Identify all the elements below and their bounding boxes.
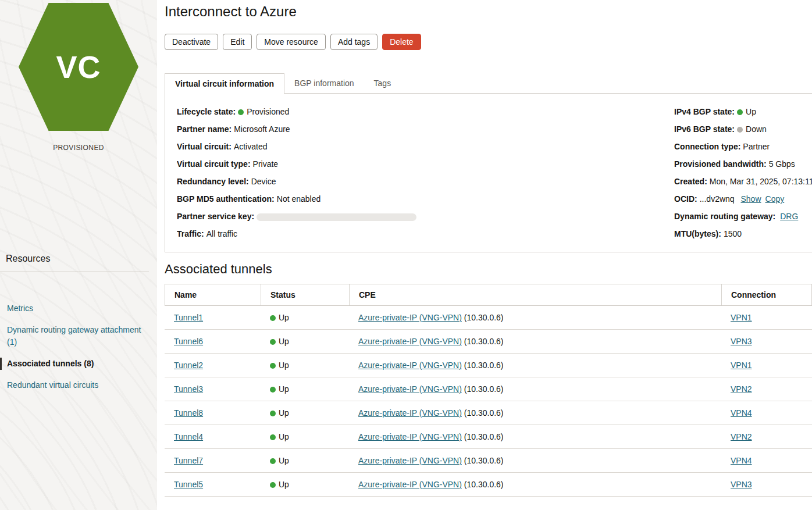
- cpe-link[interactable]: Azure-private-IP (VNG-VPN): [358, 337, 462, 346]
- tunnel-link[interactable]: Tunnel7: [174, 456, 203, 465]
- column-header-name: Name: [165, 284, 261, 305]
- tunnel-cpe-cell: Azure-private-IP (VNG-VPN) (10.30.0.6): [349, 425, 721, 448]
- status-dot: [270, 482, 276, 488]
- cpe-link[interactable]: Azure-private-IP (VNG-VPN): [358, 432, 462, 441]
- detail-field: Virtual circuit type:Private: [177, 159, 674, 170]
- tunnel-status-cell: Up: [261, 425, 349, 448]
- status-text: Up: [279, 480, 289, 489]
- tunnel-cpe-cell: Azure-private-IP (VNG-VPN) (10.30.0.6): [349, 306, 721, 329]
- tunnel-cpe-cell: Azure-private-IP (VNG-VPN) (10.30.0.6): [349, 449, 721, 472]
- status-text: Up: [279, 456, 289, 465]
- field-value: Activated: [234, 142, 268, 151]
- status-dot: [737, 109, 743, 115]
- cpe-ip: (10.30.0.6): [464, 337, 504, 346]
- status-text: Up: [279, 432, 289, 441]
- tunnels-table: Name Status CPE Connection Tunnel1 Up Az…: [165, 284, 812, 497]
- sidebar-resource-item[interactable]: Redundant virtual circuits: [0, 379, 149, 391]
- field-value: Mon, Mar 31, 2025, 07:13:11: [710, 177, 812, 186]
- field-value: Up: [746, 107, 756, 116]
- redacted-value-pill: [257, 213, 416, 221]
- detail-field: Created:Mon, Mar 31, 2025, 07:13:11: [674, 176, 812, 187]
- sidebar-resource-item[interactable]: Dynamic routing gateway attachment (1): [0, 324, 149, 348]
- connection-link[interactable]: VPN3: [731, 337, 752, 346]
- cpe-link[interactable]: Azure-private-IP (VNG-VPN): [358, 361, 462, 370]
- tunnel-link[interactable]: Tunnel2: [174, 361, 203, 370]
- tunnel-row: Tunnel4 Up Azure-private-IP (VNG-VPN) (1…: [165, 425, 812, 449]
- details-left-column: Lifecycle state:Provisioned Partner name…: [177, 106, 674, 246]
- field-label: Provisioned bandwidth:: [674, 159, 767, 169]
- detail-field: IPv4 BGP state:Up: [674, 106, 812, 117]
- connection-link[interactable]: VPN3: [731, 480, 752, 489]
- column-header-connection: Connection: [722, 284, 812, 305]
- tunnel-status-cell: Up: [261, 401, 349, 425]
- detail-field: Redundancy level:Device: [177, 176, 674, 187]
- field-value: Device: [251, 177, 276, 186]
- field-label: Lifecycle state:: [177, 107, 236, 116]
- field-value: Private: [253, 159, 279, 169]
- tunnel-connection-cell: VPN1: [721, 354, 812, 377]
- tunnel-cpe-cell: Azure-private-IP (VNG-VPN) (10.30.0.6): [349, 377, 721, 401]
- action-button[interactable]: Move resource: [257, 34, 326, 50]
- action-button[interactable]: Delete: [382, 34, 421, 50]
- inline-action-link[interactable]: Show: [741, 194, 761, 204]
- connection-link[interactable]: VPN1: [731, 361, 752, 370]
- tunnel-link[interactable]: Tunnel5: [174, 480, 203, 489]
- tunnel-connection-cell: VPN2: [721, 425, 812, 448]
- status-text: Up: [279, 408, 289, 418]
- tab[interactable]: Virtual circuit information: [165, 73, 284, 94]
- associated-tunnels-heading: Associated tunnels: [165, 262, 812, 277]
- tunnel-connection-cell: VPN4: [721, 401, 812, 425]
- tunnel-link[interactable]: Tunnel4: [174, 432, 203, 441]
- action-button[interactable]: Add tags: [330, 34, 377, 50]
- detail-field: Provisioned bandwidth:5 Gbps: [674, 159, 812, 170]
- field-value: Microsoft Azure: [234, 124, 290, 134]
- cpe-link[interactable]: Azure-private-IP (VNG-VPN): [358, 480, 462, 489]
- status-text: Up: [279, 313, 289, 322]
- divider: [0, 272, 149, 272]
- action-button[interactable]: Edit: [223, 34, 252, 50]
- connection-link[interactable]: VPN4: [731, 408, 752, 418]
- cpe-link[interactable]: Azure-private-IP (VNG-VPN): [358, 384, 462, 394]
- field-value-link[interactable]: DRG: [780, 212, 798, 221]
- connection-link[interactable]: VPN1: [731, 313, 752, 322]
- inline-action-link[interactable]: Copy: [765, 194, 785, 204]
- tunnel-link[interactable]: Tunnel6: [174, 337, 203, 346]
- tunnel-status-cell: Up: [261, 377, 349, 401]
- sidebar-resource-item[interactable]: Metrics: [0, 302, 149, 315]
- field-value: Not enabled: [277, 194, 321, 204]
- tunnel-status-cell: Up: [261, 330, 349, 353]
- tunnel-link[interactable]: Tunnel3: [174, 384, 203, 394]
- sidebar-resource-item[interactable]: Associated tunnels (8): [0, 358, 149, 370]
- hexagon-label: VC: [56, 49, 101, 85]
- tunnel-cpe-cell: Azure-private-IP (VNG-VPN) (10.30.0.6): [349, 330, 721, 353]
- tab[interactable]: Tags: [364, 73, 401, 93]
- field-label: Dynamic routing gateway:: [674, 212, 775, 221]
- tab-bar: Virtual circuit information BGP informat…: [165, 73, 812, 93]
- tunnel-connection-cell: VPN1: [721, 306, 812, 329]
- tunnel-cpe-cell: Azure-private-IP (VNG-VPN) (10.30.0.6): [349, 354, 721, 377]
- cpe-link[interactable]: Azure-private-IP (VNG-VPN): [358, 408, 462, 418]
- tunnel-link[interactable]: Tunnel1: [174, 313, 203, 322]
- tunnel-name-cell: Tunnel4: [165, 425, 261, 448]
- details-right-column: IPv4 BGP state:Up IPv6 BGP state:Down Co…: [674, 106, 812, 246]
- resources-list: Metrics Dynamic routing gateway attachme…: [0, 302, 149, 391]
- tunnel-row: Tunnel8 Up Azure-private-IP (VNG-VPN) (1…: [165, 401, 812, 425]
- tunnel-row: Tunnel2 Up Azure-private-IP (VNG-VPN) (1…: [165, 354, 812, 377]
- cpe-link[interactable]: Azure-private-IP (VNG-VPN): [358, 456, 462, 465]
- field-label: Virtual circuit:: [177, 142, 232, 151]
- field-label: MTU(bytes):: [674, 229, 721, 238]
- action-bar: Deactivate Edit Move resource Add tags D…: [165, 34, 812, 50]
- connection-link[interactable]: VPN2: [731, 432, 752, 441]
- tunnel-link[interactable]: Tunnel8: [174, 408, 203, 418]
- field-label: Traffic:: [177, 229, 204, 238]
- detail-field: Lifecycle state:Provisioned: [177, 106, 674, 117]
- connection-link[interactable]: VPN4: [731, 456, 752, 465]
- action-button[interactable]: Deactivate: [165, 34, 218, 50]
- field-label: IPv4 BGP state:: [674, 107, 735, 116]
- tab[interactable]: BGP information: [284, 73, 364, 93]
- tunnel-name-cell: Tunnel2: [165, 354, 261, 377]
- connection-link[interactable]: VPN2: [731, 384, 752, 394]
- tunnel-cpe-cell: Azure-private-IP (VNG-VPN) (10.30.0.6): [349, 473, 721, 496]
- cpe-link[interactable]: Azure-private-IP (VNG-VPN): [358, 313, 462, 322]
- cpe-ip: (10.30.0.6): [464, 384, 504, 394]
